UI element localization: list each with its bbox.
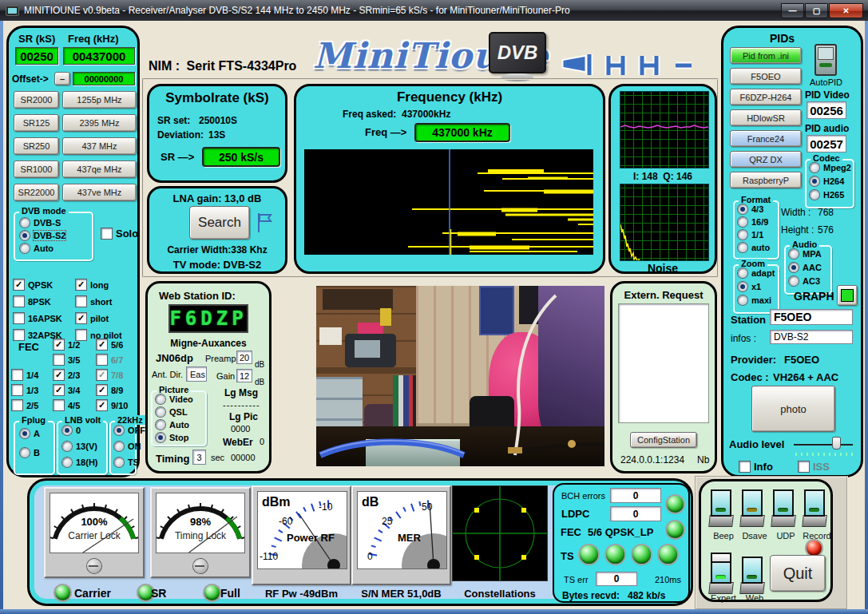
preset-sr2000-button[interactable]: SR2000 — [14, 91, 59, 109]
radio-on[interactable]: ON — [114, 442, 141, 451]
checkbox-qpsk[interactable]: ✓QPSK — [14, 279, 53, 290]
dsave-switch[interactable] — [740, 488, 764, 529]
solo-checkbox[interactable] — [101, 228, 112, 239]
record-switch[interactable] — [803, 488, 826, 529]
radio-b[interactable]: B — [20, 448, 40, 458]
video-radio[interactable] — [156, 394, 165, 404]
audio-level-track[interactable] — [794, 444, 853, 446]
radio-mpeg2[interactable]: Mpeg2 — [810, 163, 851, 172]
radio-stop[interactable]: Stop — [156, 433, 188, 442]
8psk-checkbox[interactable] — [14, 296, 24, 307]
fec-7-8[interactable]: ✓7/8 — [97, 370, 123, 380]
ts-radio[interactable] — [114, 458, 124, 467]
fec-2-3[interactable]: ✓2/3 — [54, 370, 80, 380]
radio-a[interactable]: A — [20, 429, 40, 438]
radio-ac3[interactable]: AC3 — [789, 276, 820, 286]
long-checkbox[interactable]: ✓ — [76, 279, 86, 290]
radio-off[interactable]: OFF — [114, 426, 145, 435]
fec-2-5[interactable]: 2/5 — [12, 400, 38, 410]
radio-mpa[interactable]: MPA — [789, 249, 822, 259]
radio-dvb-s2[interactable]: DVB-S2 — [20, 231, 65, 240]
preset-437-mhz-button[interactable]: 437 MHz — [62, 137, 137, 155]
fec-2-3-checkbox[interactable]: ✓ — [54, 370, 64, 380]
radio-aac[interactable]: AAC — [789, 263, 822, 272]
fec-9-10[interactable]: ✓9/10 — [97, 400, 128, 410]
pid-raspberryp-button[interactable]: RaspberryP — [730, 172, 802, 188]
pid-france24-button[interactable]: France24 — [730, 130, 802, 147]
4-3-radio[interactable] — [738, 204, 747, 214]
photo-button[interactable]: photo — [751, 386, 835, 432]
autopid-switch-icon[interactable] — [814, 44, 837, 76]
x1-radio[interactable] — [738, 282, 747, 291]
fec-5-6-checkbox[interactable]: ✓ — [97, 339, 107, 350]
stop-radio[interactable] — [156, 433, 165, 442]
timing-field[interactable]: 3 — [192, 450, 206, 465]
infos-field[interactable]: DVB-S2 — [770, 330, 853, 344]
gain-field[interactable]: 12 — [236, 369, 252, 382]
fec-1-4-checkbox[interactable] — [12, 370, 22, 380]
iss-checkbox[interactable] — [799, 461, 809, 472]
radio-qsl[interactable]: QSL — [156, 407, 188, 417]
close-button[interactable]: ✕ — [829, 3, 863, 18]
radio-13-v[interactable]: 13(V) — [62, 442, 97, 451]
maxi-radio[interactable] — [738, 295, 747, 305]
radio-auto[interactable]: Auto — [20, 244, 54, 253]
checkbox-16apsk[interactable]: 16APSK — [14, 313, 62, 323]
checkbox-long[interactable]: ✓long — [76, 279, 109, 290]
info-checkbox[interactable] — [739, 461, 750, 472]
fec-3-4-checkbox[interactable]: ✓ — [54, 385, 64, 395]
on-radio[interactable] — [114, 442, 124, 451]
fec-1-2[interactable]: ✓1/2 — [54, 339, 80, 350]
pid-f5oeo-button[interactable]: F5OEO — [730, 68, 802, 85]
pid-qrz-dx-button[interactable]: QRZ DX — [730, 151, 802, 168]
solo-checkbox-row[interactable]: Solo — [101, 228, 138, 240]
adapt-radio[interactable] — [738, 268, 747, 278]
dvb-s-radio[interactable] — [20, 218, 30, 228]
mpeg2-radio[interactable] — [810, 163, 819, 172]
search-button[interactable]: Search — [189, 206, 250, 240]
web-switch[interactable] — [740, 555, 764, 596]
auto-radio[interactable] — [738, 243, 747, 252]
preset-sr1000-button[interactable]: SR1000 — [14, 160, 59, 178]
fec-3-5[interactable]: 3/5 — [54, 355, 80, 365]
pilot-checkbox[interactable]: ✓ — [76, 313, 86, 323]
18-h-radio[interactable] — [62, 458, 72, 467]
maximize-button[interactable]: ▢ — [805, 3, 828, 18]
fec-1-2-checkbox[interactable]: ✓ — [54, 339, 64, 350]
auto-radio[interactable] — [156, 420, 165, 430]
fec-1-3[interactable]: 1/3 — [12, 385, 38, 395]
radio-video[interactable]: Video — [156, 394, 193, 404]
radio-1-1[interactable]: 1/1 — [738, 230, 763, 240]
fec-6-7-checkbox[interactable] — [97, 355, 107, 365]
radio-adapt[interactable]: adapt — [738, 268, 775, 278]
info-checkbox-row[interactable]: Info — [739, 461, 773, 473]
fec-4-5[interactable]: 4/5 — [54, 400, 80, 410]
udp-switch[interactable] — [771, 488, 795, 529]
fec-1-3-checkbox[interactable] — [12, 385, 22, 395]
pid-audio-field[interactable]: 00257 — [807, 135, 846, 153]
radio-x1[interactable]: x1 — [738, 282, 761, 291]
offset-minus-button[interactable]: – — [54, 72, 70, 85]
0-radio[interactable] — [62, 426, 72, 435]
offset-value-field[interactable]: 00000000 — [73, 72, 135, 85]
beep-switch[interactable] — [709, 488, 733, 529]
fec-2-5-checkbox[interactable] — [12, 400, 22, 410]
h265-radio[interactable] — [810, 190, 819, 200]
preset-2395-mhz-button[interactable]: 2395 MHz — [62, 114, 137, 132]
mpa-radio[interactable] — [789, 249, 799, 259]
preset-sr22000-button[interactable]: SR22000 — [14, 184, 59, 201]
off-radio[interactable] — [114, 426, 124, 435]
16apsk-checkbox[interactable] — [14, 313, 24, 323]
fec-7-8-checkbox[interactable]: ✓ — [97, 370, 107, 380]
radio-ts[interactable]: TS — [114, 458, 139, 467]
preset-sr125-button[interactable]: SR125 — [14, 114, 59, 132]
qpsk-checkbox[interactable]: ✓ — [14, 279, 24, 290]
preset-1255p-mhz-button[interactable]: 1255p MHz — [62, 91, 137, 109]
fec-3-4[interactable]: ✓3/4 — [54, 385, 80, 395]
fec-8-9[interactable]: ✓8/9 — [97, 385, 123, 395]
1-1-radio[interactable] — [738, 230, 747, 240]
short-checkbox[interactable] — [76, 296, 86, 307]
iss-checkbox-row[interactable]: ISS — [799, 461, 830, 473]
freq-value-field[interactable]: 00437000 — [63, 47, 135, 65]
radio-dvb-s[interactable]: DVB-S — [20, 218, 61, 228]
